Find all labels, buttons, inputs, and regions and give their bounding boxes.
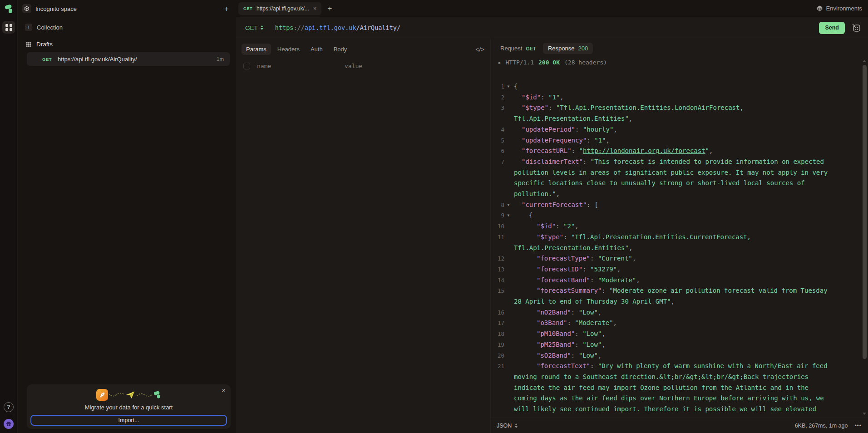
line-number: 13 xyxy=(491,264,504,275)
line-number: 5 xyxy=(491,135,504,146)
fold-icon[interactable]: ▼ xyxy=(504,210,513,221)
import-button[interactable]: Import... xyxy=(30,415,227,426)
line-number xyxy=(491,243,504,254)
new-tab-button[interactable]: + xyxy=(327,4,332,13)
line-number: 18 xyxy=(491,329,504,340)
tab-request-info[interactable]: Request GET xyxy=(496,43,540,54)
line-number: 20 xyxy=(491,350,504,361)
workspaces-grid-button[interactable] xyxy=(2,21,15,34)
code-line: specific locations close to unusually st… xyxy=(491,178,862,189)
fold-gutter xyxy=(504,146,513,157)
request-url-label: https://api.tfl.gov.uk/AirQuality/ xyxy=(58,56,217,63)
code-text: "disclaimerText": "This forecast is inte… xyxy=(513,157,824,167)
fold-gutter xyxy=(504,340,513,350)
param-value-input[interactable]: value xyxy=(345,63,362,69)
code-text: "forecastType": "Current", xyxy=(513,253,636,264)
fold-icon[interactable]: ▼ xyxy=(504,200,513,211)
fold-gutter xyxy=(504,103,513,113)
incognito-avatar[interactable] xyxy=(4,419,14,429)
send-button[interactable]: Send xyxy=(819,22,845,34)
code-text: "pM25Band": "Low", xyxy=(513,340,606,350)
code-line: 10"$id": "2", xyxy=(491,221,862,232)
line-number xyxy=(491,189,504,200)
expand-icon[interactable]: ▶ xyxy=(498,60,501,65)
response-tab-label: Response xyxy=(548,45,575,52)
more-menu-icon[interactable]: ••• xyxy=(854,423,862,429)
code-line: 14"forecastBand": "Moderate", xyxy=(491,275,862,286)
response-status-badge: 200 xyxy=(578,45,588,52)
tab-headers[interactable]: Headers xyxy=(273,44,304,55)
new-request-button[interactable]: + xyxy=(224,5,229,13)
workspace-icon-button[interactable] xyxy=(22,4,31,13)
line-number: 9 xyxy=(491,210,504,221)
help-icon: ? xyxy=(7,404,10,410)
layers-icon xyxy=(816,5,823,12)
line-number xyxy=(491,167,504,178)
row-checkbox[interactable] xyxy=(243,63,250,69)
line-number: 2 xyxy=(491,92,504,103)
format-select[interactable]: JSON xyxy=(497,423,518,429)
code-view-icon[interactable]: </> xyxy=(475,46,484,53)
code-text: "forecastSummary": "Moderate ozone air p… xyxy=(513,285,828,296)
url-path: /AirQuality/ xyxy=(356,24,401,31)
code-line: 13"forecastID": "53279", xyxy=(491,264,862,275)
cube-icon xyxy=(24,6,30,11)
url-separator: :// xyxy=(293,24,304,31)
sidebar-item-collection[interactable]: + Collection xyxy=(25,24,236,31)
close-tab-icon[interactable]: × xyxy=(313,5,317,12)
url-input[interactable]: https://api.tfl.gov.uk/AirQuality/ xyxy=(275,24,400,31)
line-number xyxy=(491,372,504,383)
param-name-input[interactable]: name xyxy=(257,63,345,69)
method-label: GET xyxy=(245,25,258,31)
workspace-header[interactable]: Incognito space + xyxy=(18,0,236,17)
line-number xyxy=(491,296,504,307)
scrollbar-thumb[interactable] xyxy=(863,65,867,359)
line-number: 12 xyxy=(491,253,504,264)
http-headers-count: (28 headers) xyxy=(564,59,607,66)
format-label: JSON xyxy=(497,423,512,429)
fold-gutter xyxy=(504,113,513,124)
request-tab[interactable]: GET https://api.tfl.gov.uk/... × xyxy=(238,2,321,15)
http-status-line[interactable]: ▶ HTTP/1.1 200 OK (28 headers) xyxy=(498,59,868,66)
import-grid-icon xyxy=(852,23,861,33)
help-button[interactable]: ? xyxy=(4,402,14,412)
fold-gutter xyxy=(504,243,513,254)
fold-gutter xyxy=(504,221,513,232)
code-text: "currentForecast": [ xyxy=(513,200,598,211)
code-text: "sO2Band": "Low", xyxy=(513,350,602,361)
sidebar-request-item[interactable]: GET https://api.tfl.gov.uk/AirQuality/ 1… xyxy=(27,52,230,66)
scroll-up-arrow[interactable] xyxy=(863,60,866,62)
code-text: "forecastText": "Dry with plenty of warm… xyxy=(513,361,828,372)
code-text: moving round to a Southeast direction.&l… xyxy=(513,372,809,383)
code-text: 28 April to end of Thursday 30 April GMT… xyxy=(513,296,675,307)
code-line: 11"$type": "Tfl.Api.Presentation.Entitie… xyxy=(491,232,862,243)
cookie-jar-button[interactable] xyxy=(851,22,862,33)
environments-button[interactable]: Environments xyxy=(816,5,862,12)
code-text: "$id": "2", xyxy=(513,221,579,232)
response-pane-tabs: Request GET Response 200 xyxy=(491,39,868,54)
fold-icon[interactable]: ▼ xyxy=(504,81,513,92)
request-pane-tabs: Params Headers Auth Body </> xyxy=(236,39,490,55)
response-meta: 6KB, 267ms, 1m ago xyxy=(795,423,848,429)
line-number: 7 xyxy=(491,157,504,167)
code-line: 6"forecastURL": "http://londonair.org.uk… xyxy=(491,146,862,157)
method-select[interactable]: GET xyxy=(245,25,263,31)
tab-body[interactable]: Body xyxy=(329,44,352,55)
code-line: coming days as the air feed dips over No… xyxy=(491,393,862,404)
code-line: 17"o3Band": "Moderate", xyxy=(491,318,862,329)
response-body-editor[interactable]: 1▼{2"$id": "1",3"$type": "Tfl.Api.Presen… xyxy=(491,81,862,418)
scroll-down-arrow[interactable] xyxy=(863,413,866,415)
tab-auth[interactable]: Auth xyxy=(306,44,327,55)
fold-gutter xyxy=(504,372,513,383)
code-text: "$type": "Tfl.Api.Presentation.Entities.… xyxy=(513,103,744,113)
response-footer: JSON 6KB, 267ms, 1m ago ••• xyxy=(491,418,868,433)
tab-response[interactable]: Response 200 xyxy=(543,43,593,54)
code-text: "forecastBand": "Moderate", xyxy=(513,275,640,286)
line-number: 15 xyxy=(491,285,504,296)
tab-params[interactable]: Params xyxy=(242,44,271,55)
code-text: "updatePeriod": "hourly", xyxy=(513,124,617,135)
close-icon[interactable]: × xyxy=(222,387,226,394)
request-age-label: 1m xyxy=(217,56,224,62)
sidebar-item-drafts[interactable]: Drafts xyxy=(25,41,236,48)
yaak-app-window: ? Incognito space + + Collection xyxy=(0,0,868,433)
